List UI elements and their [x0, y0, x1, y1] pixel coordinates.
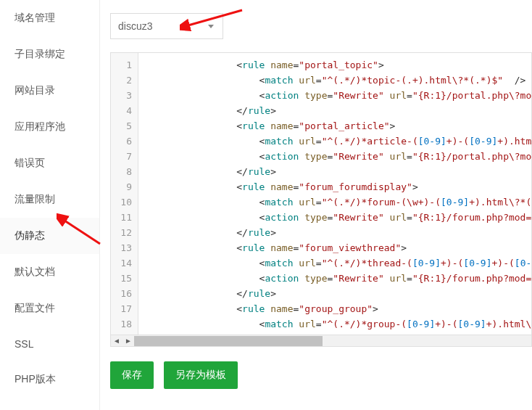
- save-as-template-button[interactable]: 另存为模板: [164, 361, 238, 389]
- sidebar-item-9[interactable]: SSL: [0, 327, 99, 361]
- code-line: <match url="^(.*/)*group-([0-9]+)-([0-9]…: [146, 316, 531, 332]
- sidebar-item-1[interactable]: 子目录绑定: [0, 36, 99, 73]
- code-line: <action type="Rewrite" url="{R:1}/portal…: [146, 88, 531, 103]
- save-button[interactable]: 保存: [110, 361, 154, 389]
- sidebar: 域名管理子目录绑定网站目录应用程序池错误页流量限制伪静态默认文档配置文件SSLP…: [0, 0, 100, 410]
- sidebar-item-10[interactable]: PHP版本: [0, 361, 99, 398]
- code-line: <action type="Rewrite" url="{R:1}/forum.…: [146, 271, 531, 286]
- sidebar-item-5[interactable]: 流量限制: [0, 181, 99, 218]
- scroll-right-icon[interactable]: ►: [122, 336, 134, 346]
- sidebar-item-0[interactable]: 域名管理: [0, 0, 99, 36]
- horizontal-scrollbar[interactable]: ◄ ►: [110, 335, 532, 347]
- sidebar-item-8[interactable]: 配置文件: [0, 290, 99, 327]
- code-line: <match url="^(.*/)*forum-(\w+)-([0-9]+).…: [146, 194, 531, 210]
- code-line: <action type="Rewrite" url="{R:1}/portal…: [146, 149, 531, 164]
- code-line: <rule name="forum_viewthread">: [146, 240, 531, 255]
- code-line: </rule>: [146, 103, 531, 118]
- code-line: <rule name="portal_article">: [146, 118, 531, 134]
- code-line: <rule name="forum_forumdisplay">: [146, 179, 531, 194]
- code-line: <action type="Rewrite" url="{R:1}/forum.…: [146, 210, 531, 225]
- template-dropdown[interactable]: discuz3: [110, 13, 223, 39]
- sidebar-item-11[interactable]: 重定向: [0, 398, 99, 410]
- code-line: <match url="^(.*/)*thread-([0-9]+)-([0-9…: [146, 255, 531, 271]
- code-line: <action type="Rewrite" url="{R:1}/forum.…: [146, 332, 531, 335]
- code-line: <rule name="group_group">: [146, 301, 531, 316]
- main-panel: discuz3 12345678910111213141516171819 <r…: [100, 0, 532, 410]
- code-line: </rule>: [146, 164, 531, 179]
- code-line: <match url="^(.*/)*article-([0-9]+)-([0-…: [146, 134, 531, 149]
- code-line: <match url="^(.*/)*topic-(.+).html\?*(.*…: [146, 73, 531, 88]
- scroll-thumb[interactable]: [134, 336, 323, 346]
- button-row: 保存 另存为模板: [110, 361, 532, 389]
- scroll-track[interactable]: [134, 336, 531, 346]
- code-line: </rule>: [146, 225, 531, 240]
- sidebar-item-6[interactable]: 伪静态: [0, 218, 99, 254]
- sidebar-item-3[interactable]: 应用程序池: [0, 109, 99, 145]
- line-gutter: 12345678910111213141516171819: [111, 53, 138, 335]
- code-editor[interactable]: 12345678910111213141516171819 <rule name…: [110, 52, 532, 335]
- scroll-left-icon[interactable]: ◄: [111, 336, 122, 346]
- dropdown-selected: discuz3: [118, 20, 152, 32]
- sidebar-item-4[interactable]: 错误页: [0, 145, 99, 181]
- code-line: <rule name="portal_topic">: [146, 57, 531, 73]
- sidebar-item-2[interactable]: 网站目录: [0, 73, 99, 109]
- code-line: </rule>: [146, 286, 531, 301]
- sidebar-item-7[interactable]: 默认文档: [0, 254, 99, 290]
- code-content[interactable]: <rule name="portal_topic"> <match url="^…: [138, 53, 531, 335]
